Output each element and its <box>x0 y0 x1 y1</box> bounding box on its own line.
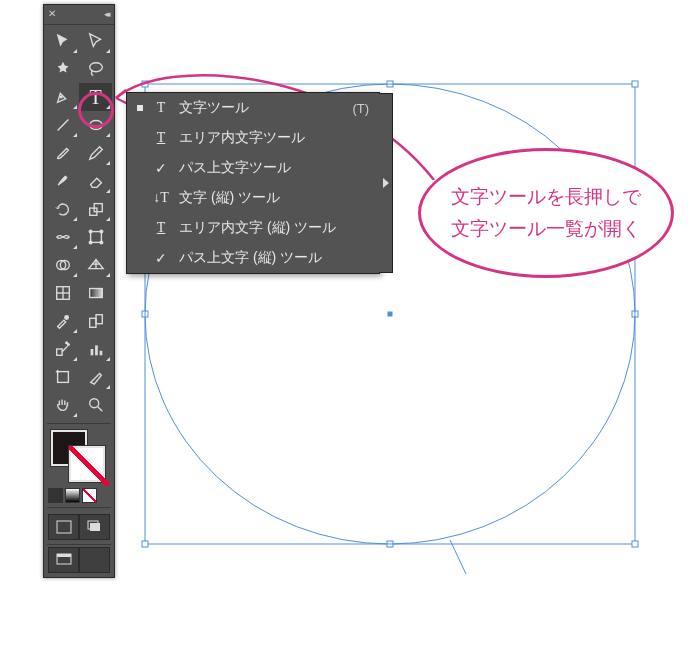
callout-line2: 文字ツール一覧が開く <box>451 218 641 239</box>
vertical-type-icon: ↓T <box>151 190 171 206</box>
screen-mode-alt[interactable] <box>79 547 110 573</box>
eraser-tool[interactable] <box>79 167 112 195</box>
flyout-label: 文字ツール <box>179 99 352 117</box>
svg-line-14 <box>57 120 68 131</box>
draw-behind[interactable] <box>79 514 110 540</box>
svg-point-12 <box>89 63 102 72</box>
svg-rect-33 <box>96 315 102 324</box>
svg-rect-30 <box>89 289 102 298</box>
color-mode-none[interactable] <box>82 488 97 503</box>
svg-point-31 <box>64 316 68 320</box>
svg-rect-40 <box>57 372 68 383</box>
flyout-label: パス上文字 (縦) ツール <box>179 249 369 267</box>
draw-normal[interactable] <box>48 514 79 540</box>
svg-rect-8 <box>632 541 638 547</box>
width-tool[interactable] <box>46 223 79 251</box>
svg-point-22 <box>100 241 103 244</box>
vertical-area-type-icon: T <box>151 220 171 236</box>
active-dot-icon <box>137 105 143 111</box>
flyout-item-vertical-type[interactable]: ↓T 文字 (縦) ツール <box>127 183 379 213</box>
tools-panel: ✕ ◂◂ T <box>43 4 115 578</box>
svg-rect-39 <box>99 351 102 356</box>
direct-selection-tool[interactable] <box>79 27 112 55</box>
svg-point-20 <box>100 230 103 233</box>
vertical-path-type-icon: ✓ <box>151 250 171 267</box>
svg-line-44 <box>97 407 102 412</box>
svg-rect-37 <box>90 349 93 355</box>
type-tool-flyout: T 文字ツール (T) T エリア内文字ツール ✓ パス上文字ツール ↓T 文字… <box>126 92 380 274</box>
magic-wand-tool[interactable] <box>46 55 79 83</box>
line-tool[interactable] <box>46 111 79 139</box>
pen-tool[interactable] <box>46 83 79 111</box>
stroke-color[interactable] <box>69 446 105 482</box>
svg-rect-9 <box>388 312 392 316</box>
blob-brush-tool[interactable] <box>46 167 79 195</box>
highlight-ring <box>78 92 114 128</box>
screen-mode[interactable] <box>48 547 79 573</box>
svg-rect-1 <box>142 81 148 87</box>
selection-tool[interactable] <box>46 27 79 55</box>
pencil-tool[interactable] <box>79 139 112 167</box>
lasso-tool[interactable] <box>79 55 112 83</box>
area-type-icon: T <box>151 130 171 146</box>
slice-tool[interactable] <box>79 363 112 391</box>
mesh-tool[interactable] <box>46 279 79 307</box>
blend-tool[interactable] <box>79 307 112 335</box>
svg-point-13 <box>60 96 62 98</box>
shape-builder-tool[interactable] <box>46 251 79 279</box>
annotation-callout: 文字ツールを長押しで 文字ツール一覧が開く <box>418 148 674 278</box>
flyout-shortcut: (T) <box>352 101 369 116</box>
color-mode-gradient[interactable] <box>65 488 80 503</box>
svg-rect-34 <box>56 349 61 355</box>
flyout-item-type[interactable]: T 文字ツール (T) <box>127 93 379 123</box>
flyout-label: エリア内文字 (縦) ツール <box>179 219 369 237</box>
flyout-item-vertical-path-type[interactable]: ✓ パス上文字 (縦) ツール <box>127 243 379 273</box>
zoom-tool[interactable] <box>79 391 112 419</box>
hand-tool[interactable] <box>46 391 79 419</box>
flyout-tearoff-icon[interactable] <box>379 93 393 273</box>
panel-header[interactable]: ✕ ◂◂ <box>44 5 114 25</box>
path-type-icon: ✓ <box>151 160 171 177</box>
type-icon: T <box>151 100 171 116</box>
flyout-item-path-type[interactable]: ✓ パス上文字ツール <box>127 153 379 183</box>
svg-rect-38 <box>95 345 98 355</box>
svg-point-35 <box>67 344 69 346</box>
fill-stroke-swatch[interactable] <box>47 428 111 482</box>
flyout-item-area-type[interactable]: T エリア内文字ツール <box>127 123 379 153</box>
svg-point-36 <box>65 342 67 344</box>
svg-line-11 <box>450 540 466 574</box>
column-graph-tool[interactable] <box>79 335 112 363</box>
eyedropper-tool[interactable] <box>46 307 79 335</box>
callout-line1: 文字ツールを長押しで <box>451 186 641 207</box>
svg-rect-32 <box>89 318 95 327</box>
rotate-tool[interactable] <box>46 195 79 223</box>
svg-rect-45 <box>57 521 71 533</box>
flyout-label: パス上文字ツール <box>179 159 369 177</box>
svg-rect-6 <box>142 541 148 547</box>
svg-rect-49 <box>57 554 71 557</box>
close-icon[interactable]: ✕ <box>48 8 56 19</box>
free-transform-tool[interactable] <box>79 223 112 251</box>
collapse-icon[interactable]: ◂◂ <box>104 9 108 19</box>
svg-point-21 <box>89 241 92 244</box>
perspective-grid-tool[interactable] <box>79 251 112 279</box>
svg-rect-3 <box>632 81 638 87</box>
flyout-label: 文字 (縦) ツール <box>179 189 369 207</box>
color-mode-solid[interactable] <box>48 488 63 503</box>
color-mode-row <box>44 486 114 505</box>
flyout-item-vertical-area-type[interactable]: T エリア内文字 (縦) ツール <box>127 213 379 243</box>
svg-point-19 <box>89 230 92 233</box>
svg-point-43 <box>89 399 98 408</box>
symbol-sprayer-tool[interactable] <box>46 335 79 363</box>
svg-rect-18 <box>90 232 101 243</box>
flyout-label: エリア内文字ツール <box>179 129 369 147</box>
scale-tool[interactable] <box>79 195 112 223</box>
paintbrush-tool[interactable] <box>46 139 79 167</box>
artboard-tool[interactable] <box>46 363 79 391</box>
gradient-tool[interactable] <box>79 279 112 307</box>
